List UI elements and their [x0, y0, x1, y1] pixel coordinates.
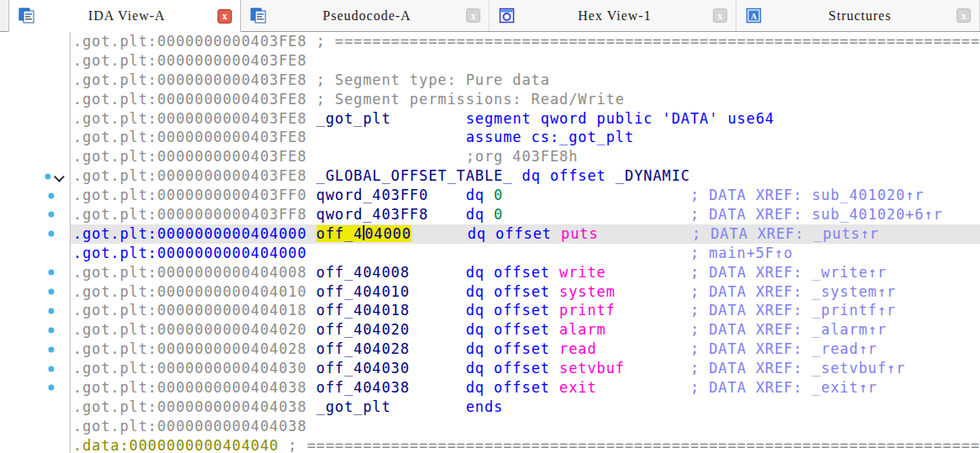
- instruction-keyword[interactable]: assume cs:_got_plt: [466, 129, 634, 145]
- instruction-keyword[interactable]: dq offset: [466, 302, 559, 319]
- symbol-name[interactable]: _got_plt: [317, 398, 391, 415]
- address-prefix[interactable]: .got.plt:0000000000404030: [73, 360, 307, 377]
- listing-line[interactable]: .got.plt:0000000000404020 off_404020 dq …: [0, 320, 980, 340]
- instruction-keyword[interactable]: dq: [466, 187, 494, 203]
- address-prefix[interactable]: .got.plt:0000000000403FE8: [73, 129, 307, 145]
- extern-symbol[interactable]: printf: [559, 302, 616, 319]
- numeric-literal[interactable]: 0: [494, 187, 503, 203]
- instruction-keyword[interactable]: dq offset: [466, 340, 559, 357]
- xref-comment[interactable]: ; DATA XREF: _system↑r: [690, 283, 896, 300]
- extern-symbol[interactable]: exit: [559, 379, 597, 396]
- listing-line[interactable]: .got.plt:0000000000404008 off_404008 dq …: [0, 263, 980, 282]
- listing-line[interactable]: .got.plt:0000000000403FE8: [0, 51, 980, 71]
- symbol-name[interactable]: off_404028: [317, 340, 410, 357]
- listing-line[interactable]: .got.plt:0000000000403FF0 qword_403FF0 d…: [0, 186, 980, 205]
- address-prefix[interactable]: .got.plt:0000000000403FE8: [73, 110, 307, 127]
- symbol-name[interactable]: off_404018: [317, 302, 410, 319]
- address-prefix[interactable]: .got.plt:0000000000404018: [73, 302, 307, 319]
- listing-line[interactable]: .got.plt:0000000000403FF8 qword_403FF8 d…: [0, 205, 980, 224]
- xref-comment[interactable]: ; DATA XREF: sub_401020↑r: [690, 187, 924, 203]
- numeric-literal[interactable]: 0: [494, 206, 503, 223]
- address-prefix[interactable]: .got.plt:0000000000404020: [73, 321, 307, 338]
- listing-line[interactable]: .got.plt:0000000000403FE8 ; Segment type…: [0, 71, 980, 90]
- listing-line[interactable]: .got.plt:0000000000403FE8 ; Segment perm…: [0, 90, 980, 109]
- xref-comment[interactable]: ; DATA XREF: _exit↑r: [690, 379, 878, 396]
- instruction-keyword[interactable]: dq offset: [466, 360, 559, 377]
- xref-comment[interactable]: ; DATA XREF: _write↑r: [690, 264, 887, 281]
- comment[interactable]: ;org 403FE8h: [466, 148, 579, 165]
- instruction-keyword[interactable]: dq offset: [466, 379, 559, 396]
- instruction-keyword[interactable]: ends: [466, 398, 504, 415]
- address-prefix[interactable]: .got.plt:0000000000404038: [73, 379, 307, 396]
- symbol-name[interactable]: off_404010: [317, 283, 410, 300]
- address-prefix[interactable]: .got.plt:0000000000403FE8: [73, 52, 307, 69]
- address-prefix[interactable]: .got.plt:0000000000403FE8: [73, 71, 307, 88]
- tab-pseudocode-a[interactable]: Pseudocode-A x: [241, 0, 490, 31]
- listing-line[interactable]: .got.plt:0000000000403FE8 _GLOBAL_OFFSET…: [0, 166, 980, 186]
- address-prefix[interactable]: .got.plt:0000000000403FE8: [73, 167, 307, 184]
- highlighted-symbol-name[interactable]: off_4: [317, 225, 364, 242]
- xref-comment[interactable]: ; DATA XREF: _puts↑r: [692, 225, 879, 242]
- instruction-keyword[interactable]: dq offset: [466, 321, 559, 338]
- listing-line[interactable]: .got.plt:0000000000404038 _got_plt ends: [0, 398, 980, 417]
- tab-hex-view-1[interactable]: Hex View-1 x: [490, 0, 736, 31]
- listing-line[interactable]: .got.plt:0000000000404000 off_404000 dq …: [0, 224, 980, 244]
- listing-line[interactable]: .got.plt:0000000000404038: [0, 417, 980, 436]
- extern-symbol[interactable]: system: [559, 283, 616, 300]
- instruction-keyword[interactable]: segment qword public 'DATA' use64: [466, 110, 774, 127]
- instruction-keyword[interactable]: dq: [466, 206, 494, 223]
- comment[interactable]: ; Segment permissions: Read/Write: [317, 91, 625, 108]
- extern-symbol[interactable]: write: [559, 264, 606, 281]
- listing-line[interactable]: .got.plt:0000000000404018 off_404018 dq …: [0, 301, 980, 320]
- listing-line[interactable]: .data:0000000000404040 ; ===============…: [0, 436, 980, 453]
- extern-symbol[interactable]: puts: [561, 225, 599, 242]
- symbol-name[interactable]: _got_plt: [317, 110, 391, 127]
- address-prefix[interactable]: .got.plt:0000000000403FE8: [73, 91, 307, 108]
- extern-symbol[interactable]: read: [559, 340, 597, 357]
- address-prefix[interactable]: .got.plt:0000000000404008: [73, 264, 307, 281]
- listing-line[interactable]: .got.plt:0000000000404010 off_404010 dq …: [0, 282, 980, 302]
- address-prefix[interactable]: .got.plt:0000000000403FE8: [73, 148, 307, 165]
- close-tab-icon[interactable]: x: [713, 8, 727, 23]
- data-segment-prefix[interactable]: .data:0000000000404040: [73, 437, 279, 453]
- address-prefix-current[interactable]: .got.plt:0000000000404000: [73, 225, 307, 242]
- comment[interactable]: ; Segment type: Pure data: [317, 71, 550, 88]
- symbol-name[interactable]: off_404038: [317, 379, 410, 396]
- close-tab-icon[interactable]: x: [217, 9, 232, 24]
- close-tab-icon[interactable]: x: [466, 8, 480, 23]
- xref-comment[interactable]: ; DATA XREF: _setvbuf↑r: [690, 360, 905, 377]
- listing-line[interactable]: .got.plt:0000000000404028 off_404028 dq …: [0, 340, 980, 359]
- symbol-name[interactable]: off_404030: [317, 360, 410, 377]
- extern-symbol[interactable]: alarm: [559, 321, 606, 338]
- listing-line[interactable]: .got.plt:0000000000403FE8 assume cs:_got…: [0, 128, 980, 147]
- symbol-name[interactable]: _DYNAMIC: [616, 167, 690, 184]
- instruction-keyword[interactable]: dq offset: [466, 283, 559, 300]
- address-prefix[interactable]: .got.plt:0000000000404010: [73, 283, 307, 300]
- tab-structures[interactable]: A Structures x: [736, 0, 980, 31]
- symbol-name[interactable]: _GLOBAL_OFFSET_TABLE_: [317, 167, 513, 184]
- address-prefix[interactable]: .got.plt:0000000000403FE8: [73, 33, 307, 50]
- xref-comment[interactable]: ; DATA XREF: _alarm↑r: [690, 321, 887, 338]
- symbol-name[interactable]: off_404020: [317, 321, 410, 338]
- listing-line[interactable]: .got.plt:0000000000404038 off_404038 dq …: [0, 378, 980, 398]
- symbol-name[interactable]: off_404008: [317, 264, 410, 281]
- extern-symbol[interactable]: setvbuf: [559, 360, 625, 377]
- listing-line[interactable]: .got.plt:0000000000404030 off_404030 dq …: [0, 359, 980, 378]
- address-prefix-current[interactable]: .got.plt:0000000000404000: [73, 245, 307, 261]
- address-prefix[interactable]: .got.plt:0000000000404038: [73, 398, 307, 415]
- instruction-keyword[interactable]: dq offset: [466, 264, 559, 281]
- listing-line[interactable]: .got.plt:0000000000403FE8 ; ============…: [0, 32, 980, 51]
- instruction-keyword[interactable]: dq offset: [522, 167, 616, 184]
- address-prefix[interactable]: .got.plt:0000000000404028: [73, 340, 307, 357]
- listing-line[interactable]: .got.plt:0000000000404000 ; main+5F↑o: [0, 244, 980, 263]
- highlighted-symbol-name[interactable]: 04000: [364, 225, 411, 242]
- tab-ida-view-a[interactable]: IDA View-A x: [8, 0, 241, 32]
- xref-comment[interactable]: ; DATA XREF: _read↑r: [690, 340, 878, 357]
- collapse-chevron-icon[interactable]: [54, 171, 65, 182]
- address-prefix[interactable]: .got.plt:0000000000404038: [73, 418, 307, 435]
- close-tab-icon[interactable]: x: [956, 8, 971, 23]
- xref-comment[interactable]: ; DATA XREF: _printf↑r: [690, 302, 896, 319]
- address-prefix[interactable]: .got.plt:0000000000403FF0: [73, 187, 307, 203]
- instruction-keyword[interactable]: dq offset: [468, 225, 561, 242]
- comment[interactable]: ; ======================================…: [317, 33, 980, 50]
